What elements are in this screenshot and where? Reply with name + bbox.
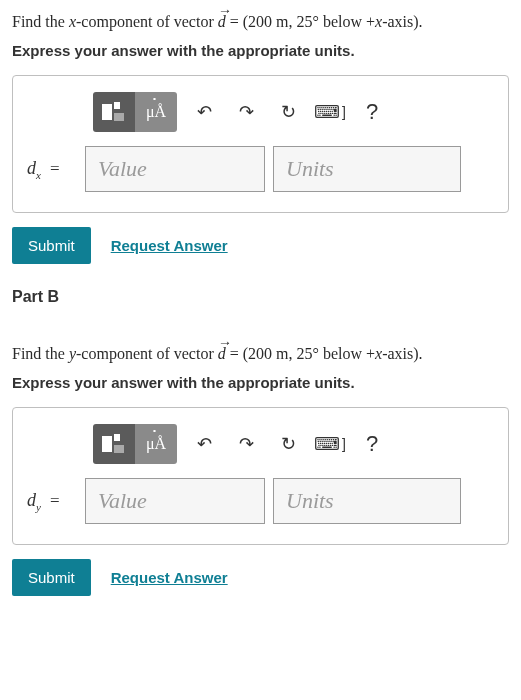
svg-rect-0 xyxy=(102,104,112,120)
redo-icon: ↷ xyxy=(239,101,254,123)
keyboard-icon: ⌨ xyxy=(314,433,340,455)
keyboard-icon: ⌨ xyxy=(314,101,340,123)
value-input-a[interactable]: Value xyxy=(85,146,265,192)
equals-sign: = xyxy=(50,491,60,510)
q-post: = (200 m, 25° below + xyxy=(226,345,375,362)
units-input-a[interactable]: Units xyxy=(273,146,461,192)
lhs-label-a: dx = xyxy=(27,158,77,181)
reset-icon: ↻ xyxy=(281,433,296,455)
part-a: Find the x-component of vector →d = (200… xyxy=(12,10,509,264)
keyboard-button[interactable]: ⌨] xyxy=(309,424,351,464)
answer-box-a: ∘ μÅ ↶ ↷ ↻ ⌨] ? dx = Value Units xyxy=(12,75,509,213)
templates-button[interactable] xyxy=(93,92,135,132)
undo-icon: ↶ xyxy=(197,433,212,455)
help-button[interactable]: ? xyxy=(351,92,393,132)
lhs-label-b: dy = xyxy=(27,490,77,513)
units-input-b[interactable]: Units xyxy=(273,478,461,524)
help-button[interactable]: ? xyxy=(351,424,393,464)
keyboard-button[interactable]: ⌨] xyxy=(309,92,351,132)
templates-icon xyxy=(101,433,127,455)
question-text-a: Find the x-component of vector →d = (200… xyxy=(12,10,509,34)
redo-button[interactable]: ↷ xyxy=(225,92,267,132)
svg-rect-1 xyxy=(114,102,120,109)
q-mid: -component of vector xyxy=(76,345,218,362)
svg-rect-2 xyxy=(114,113,124,121)
units-placeholder: Units xyxy=(286,156,334,182)
units-button[interactable]: ∘ μÅ xyxy=(135,92,177,132)
toolbar-a: ∘ μÅ ↶ ↷ ↻ ⌨] ? xyxy=(93,92,494,132)
part-b: Find the y-component of vector →d = (200… xyxy=(12,342,509,596)
question-text-b: Find the y-component of vector →d = (200… xyxy=(12,342,509,366)
q-post: = (200 m, 25° below + xyxy=(226,13,375,30)
vector-d: →d xyxy=(218,342,226,366)
button-row-a: Submit Request Answer xyxy=(12,227,509,264)
lhs-sub: y xyxy=(36,500,41,512)
svg-rect-4 xyxy=(114,434,120,441)
submit-button-a[interactable]: Submit xyxy=(12,227,91,264)
q-var: x xyxy=(69,13,76,30)
lhs-sub: x xyxy=(36,168,41,180)
submit-button-b[interactable]: Submit xyxy=(12,559,91,596)
sub-instruction-a: Express your answer with the appropriate… xyxy=(12,42,509,59)
undo-icon: ↶ xyxy=(197,101,212,123)
request-answer-link-a[interactable]: Request Answer xyxy=(111,237,228,254)
units-label: μÅ xyxy=(146,435,166,452)
help-icon: ? xyxy=(366,99,378,125)
templates-icon xyxy=(101,101,127,123)
units-label: μÅ xyxy=(146,103,166,120)
svg-rect-3 xyxy=(102,436,112,452)
equals-sign: = xyxy=(50,159,60,178)
request-answer-link-b[interactable]: Request Answer xyxy=(111,569,228,586)
template-units-group: ∘ μÅ xyxy=(93,424,177,464)
undo-button[interactable]: ↶ xyxy=(183,92,225,132)
value-input-b[interactable]: Value xyxy=(85,478,265,524)
q-var: y xyxy=(69,345,76,362)
sub-instruction-b: Express your answer with the appropriate… xyxy=(12,374,509,391)
button-row-b: Submit Request Answer xyxy=(12,559,509,596)
redo-icon: ↷ xyxy=(239,433,254,455)
undo-button[interactable]: ↶ xyxy=(183,424,225,464)
template-units-group: ∘ μÅ xyxy=(93,92,177,132)
reset-icon: ↻ xyxy=(281,101,296,123)
q-pre: Find the xyxy=(12,345,69,362)
toolbar-b: ∘ μÅ ↶ ↷ ↻ ⌨] ? xyxy=(93,424,494,464)
input-row-a: dx = Value Units xyxy=(27,146,494,192)
reset-button[interactable]: ↻ xyxy=(267,424,309,464)
lhs-var: d xyxy=(27,158,36,178)
part-b-header: Part B xyxy=(12,288,509,306)
value-placeholder: Value xyxy=(98,488,147,514)
lhs-var: d xyxy=(27,490,36,510)
vector-arrow-icon: → xyxy=(218,332,226,353)
redo-button[interactable]: ↷ xyxy=(225,424,267,464)
q-end: -axis). xyxy=(382,13,422,30)
svg-rect-5 xyxy=(114,445,124,453)
vector-arrow-icon: → xyxy=(218,0,226,21)
q-end: -axis). xyxy=(382,345,422,362)
reset-button[interactable]: ↻ xyxy=(267,92,309,132)
units-placeholder: Units xyxy=(286,488,334,514)
vector-d: →d xyxy=(218,10,226,34)
value-placeholder: Value xyxy=(98,156,147,182)
q-mid: -component of vector xyxy=(76,13,218,30)
q-pre: Find the xyxy=(12,13,69,30)
units-button[interactable]: ∘ μÅ xyxy=(135,424,177,464)
answer-box-b: ∘ μÅ ↶ ↷ ↻ ⌨] ? dy = Value Units xyxy=(12,407,509,545)
help-icon: ? xyxy=(366,431,378,457)
templates-button[interactable] xyxy=(93,424,135,464)
input-row-b: dy = Value Units xyxy=(27,478,494,524)
